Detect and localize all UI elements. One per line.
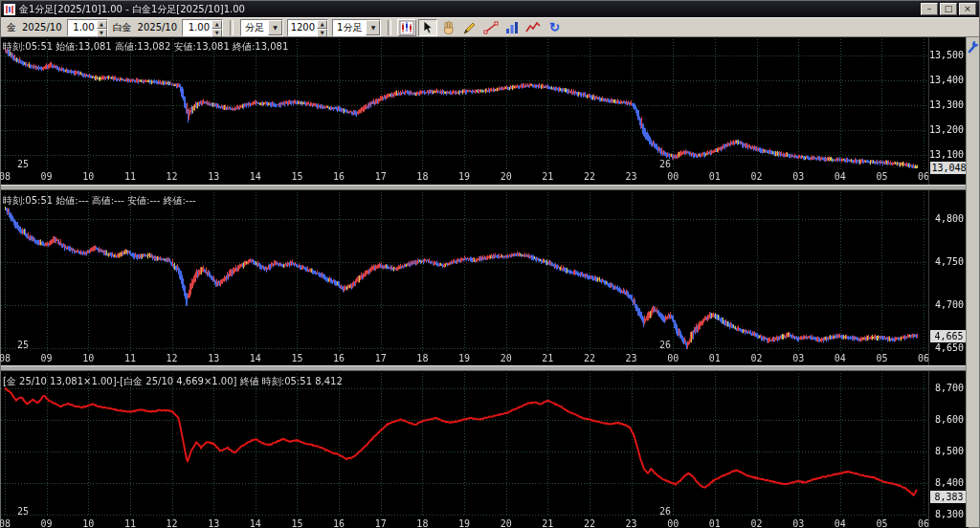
bar-count-input[interactable]: 1200 ▲ ▼ xyxy=(287,19,328,36)
gold-current-price-box: 13,048 xyxy=(930,162,968,174)
refresh-button[interactable]: ↻ xyxy=(545,19,564,36)
chart-canvas[interactable] xyxy=(1,1,969,528)
app-icon xyxy=(4,4,15,15)
chevron-down-icon[interactable]: ▼ xyxy=(366,20,380,35)
hand-tool-button[interactable] xyxy=(439,19,458,36)
panel-separator-2[interactable] xyxy=(1,365,969,371)
spinner-arrows: ▲ ▼ xyxy=(212,20,222,35)
gold-multiplier-input[interactable]: 1.00 ▲ ▼ xyxy=(67,19,108,36)
bar-chart-button[interactable] xyxy=(502,19,522,36)
spread-current-price-box: 8,383 xyxy=(930,491,968,503)
toolbar-separator xyxy=(230,20,234,35)
chevron-down-icon[interactable]: ▼ xyxy=(268,20,282,35)
titlebar[interactable]: 金1分足[2025/10]1.00 - 白金1分足[2025/10]1.00 –… xyxy=(1,1,979,17)
window-controls: – □ × xyxy=(921,3,979,15)
spin-up-icon[interactable]: ▲ xyxy=(212,20,222,29)
app-window: 時刻:05:51 始値:13,081 高値:13,082 安値:13,081 終… xyxy=(0,0,980,528)
platinum-month-label: 2025/10 xyxy=(138,22,178,33)
cursor-tool-button[interactable] xyxy=(418,19,437,36)
pencil-tool-button[interactable] xyxy=(460,19,479,36)
spin-down-icon[interactable]: ▼ xyxy=(212,29,222,37)
chart-type-button[interactable] xyxy=(397,19,416,36)
gold-multiplier-value: 1.00 xyxy=(68,20,97,35)
platinum-current-price-box: 4,665 xyxy=(930,330,968,342)
maximize-button[interactable]: □ xyxy=(940,3,957,15)
minimize-button[interactable]: – xyxy=(921,3,938,15)
bar-count-value: 1200 xyxy=(288,20,317,35)
platinum-multiplier-value: 1.00 xyxy=(183,20,212,35)
right-panel-strip[interactable] xyxy=(966,37,979,527)
spin-down-icon[interactable]: ▼ xyxy=(97,29,107,37)
platinum-multiplier-input[interactable]: 1.00 ▲ ▼ xyxy=(182,19,223,36)
panel-separator-1[interactable] xyxy=(1,185,969,190)
period-type-value: 分足 xyxy=(241,20,268,35)
window-title: 金1分足[2025/10]1.00 - 白金1分足[2025/10]1.00 xyxy=(19,3,245,16)
settings-wrench-button[interactable] xyxy=(967,39,979,56)
spinner-arrows: ▲ ▼ xyxy=(97,20,107,35)
refresh-icon: ↻ xyxy=(549,21,560,33)
spinner-arrows: ▲ ▼ xyxy=(317,20,327,35)
interval-select[interactable]: 1分足 ▼ xyxy=(332,19,381,36)
trendline-tool-button[interactable] xyxy=(481,19,501,36)
gold-label: 金 xyxy=(7,21,16,34)
close-button[interactable]: × xyxy=(959,3,976,15)
platinum-label: 白金 xyxy=(113,21,132,34)
line-chart-button[interactable] xyxy=(523,19,543,36)
spin-up-icon[interactable]: ▲ xyxy=(97,20,107,29)
interval-value: 1分足 xyxy=(333,20,366,35)
price-axis-border xyxy=(928,37,929,527)
toolbar: 金 2025/10 1.00 ▲ ▼ 白金 2025/10 1.00 ▲ ▼ 分… xyxy=(1,17,979,37)
spin-up-icon[interactable]: ▲ xyxy=(317,20,327,29)
gold-month-label: 2025/10 xyxy=(22,22,62,33)
period-type-select[interactable]: 分足 ▼ xyxy=(240,19,283,36)
spin-down-icon[interactable]: ▼ xyxy=(317,29,327,37)
toolbar-separator xyxy=(388,20,391,35)
